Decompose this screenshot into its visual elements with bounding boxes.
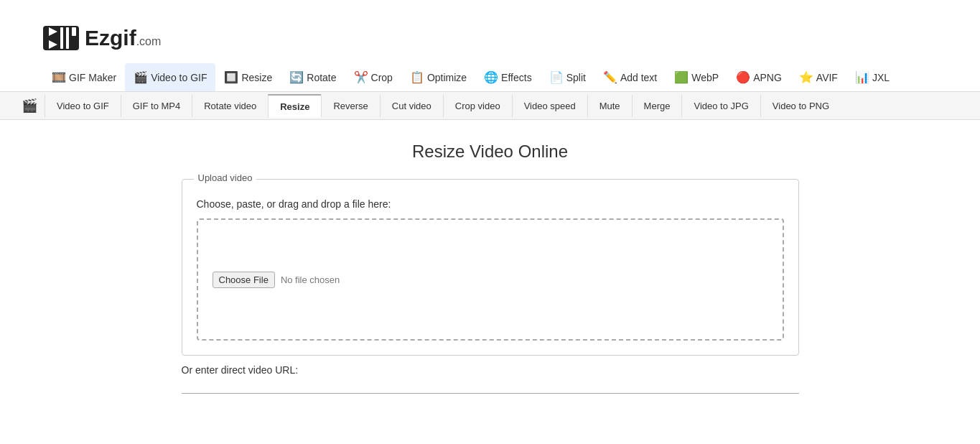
main-nav-item-optimize[interactable]: 📋Optimize bbox=[401, 63, 475, 91]
sub-nav-item-crop-video[interactable]: Crop video bbox=[443, 95, 512, 117]
file-input-wrapper: Choose File No file chosen bbox=[213, 272, 340, 288]
main-nav-item-resize[interactable]: 🔲Resize bbox=[215, 63, 281, 91]
svg-rect-3 bbox=[60, 27, 63, 49]
choose-file-button[interactable]: Choose File bbox=[213, 272, 275, 288]
sub-nav-item-cut-video[interactable]: Cut video bbox=[380, 95, 443, 117]
sub-nav-item-video-to-png[interactable]: Video to PNG bbox=[760, 95, 841, 117]
page-title: Resize Video Online bbox=[29, 142, 951, 162]
sub-nav-item-gif-to-mp4[interactable]: GIF to MP4 bbox=[121, 95, 192, 117]
upload-description: Choose, paste, or drag and drop a file h… bbox=[197, 198, 784, 210]
logo-icon bbox=[43, 20, 79, 56]
webp-icon: 🟩 bbox=[674, 70, 689, 84]
sub-nav-item-video-speed[interactable]: Video speed bbox=[512, 95, 587, 117]
main-nav-item-gif-maker[interactable]: 🎞️GIF Maker bbox=[43, 63, 125, 91]
main-nav-item-jxl[interactable]: 📊JXL bbox=[846, 63, 898, 91]
main-content: Resize Video Online Upload video Choose,… bbox=[0, 120, 980, 422]
upload-box: Upload video Choose, paste, or drag and … bbox=[182, 179, 799, 356]
sub-nav-item-reverse[interactable]: Reverse bbox=[321, 95, 379, 117]
split-icon: 📄 bbox=[549, 70, 564, 84]
logo-area: Ezgif.com bbox=[0, 13, 980, 63]
sub-nav: 🎬 Video to GIFGIF to MP4Rotate videoResi… bbox=[0, 92, 980, 120]
main-nav-item-webp[interactable]: 🟩WebP bbox=[666, 63, 727, 91]
sub-nav-item-rotate-video[interactable]: Rotate video bbox=[192, 95, 268, 117]
sub-nav-item-mute[interactable]: Mute bbox=[587, 95, 632, 117]
main-nav-item-add-text[interactable]: ✏️Add text bbox=[594, 63, 666, 91]
resize-icon: 🔲 bbox=[224, 70, 238, 84]
sub-nav-item-video-to-gif[interactable]: Video to GIF bbox=[45, 95, 121, 117]
sub-nav-item-resize[interactable]: Resize bbox=[268, 94, 321, 118]
video-icon: 🎬 bbox=[14, 92, 45, 119]
url-section: Or enter direct video URL: bbox=[182, 364, 799, 394]
top-bar bbox=[0, 0, 980, 13]
add-text-icon: ✏️ bbox=[603, 70, 617, 84]
logo-text: Ezgif.com bbox=[85, 26, 161, 50]
svg-rect-4 bbox=[66, 27, 69, 49]
apng-icon: 🔴 bbox=[736, 70, 750, 84]
video-to-gif-icon: 🎬 bbox=[134, 70, 148, 84]
rotate-icon: 🔄 bbox=[289, 70, 304, 84]
main-nav-item-video-to-gif[interactable]: 🎬Video to GIF bbox=[125, 63, 215, 91]
main-nav-item-crop[interactable]: ✂️Crop bbox=[345, 63, 401, 91]
url-input[interactable] bbox=[182, 379, 799, 394]
jxl-icon: 📊 bbox=[855, 70, 869, 84]
upload-legend: Upload video bbox=[194, 172, 257, 183]
sub-nav-item-merge[interactable]: Merge bbox=[632, 95, 682, 117]
optimize-icon: 📋 bbox=[410, 70, 424, 84]
no-file-label: No file chosen bbox=[281, 274, 340, 285]
main-nav-item-effects[interactable]: 🌐Effects bbox=[475, 63, 541, 91]
url-label: Or enter direct video URL: bbox=[182, 364, 799, 376]
sub-nav-item-video-to-jpg[interactable]: Video to JPG bbox=[681, 95, 760, 117]
main-nav-item-avif[interactable]: ⭐AVIF bbox=[790, 63, 846, 91]
svg-rect-5 bbox=[72, 27, 76, 36]
main-nav-item-rotate[interactable]: 🔄Rotate bbox=[281, 63, 345, 91]
crop-icon: ✂️ bbox=[354, 70, 368, 84]
main-nav-item-apng[interactable]: 🔴APNG bbox=[727, 63, 790, 91]
effects-icon: 🌐 bbox=[484, 70, 498, 84]
gif-maker-icon: 🎞️ bbox=[52, 70, 66, 84]
drop-area[interactable]: Choose File No file chosen bbox=[197, 218, 784, 341]
avif-icon: ⭐ bbox=[799, 70, 813, 84]
main-nav-item-split[interactable]: 📄Split bbox=[541, 63, 594, 91]
main-nav: 🎞️GIF Maker🎬Video to GIF🔲Resize🔄Rotate✂️… bbox=[0, 63, 980, 92]
